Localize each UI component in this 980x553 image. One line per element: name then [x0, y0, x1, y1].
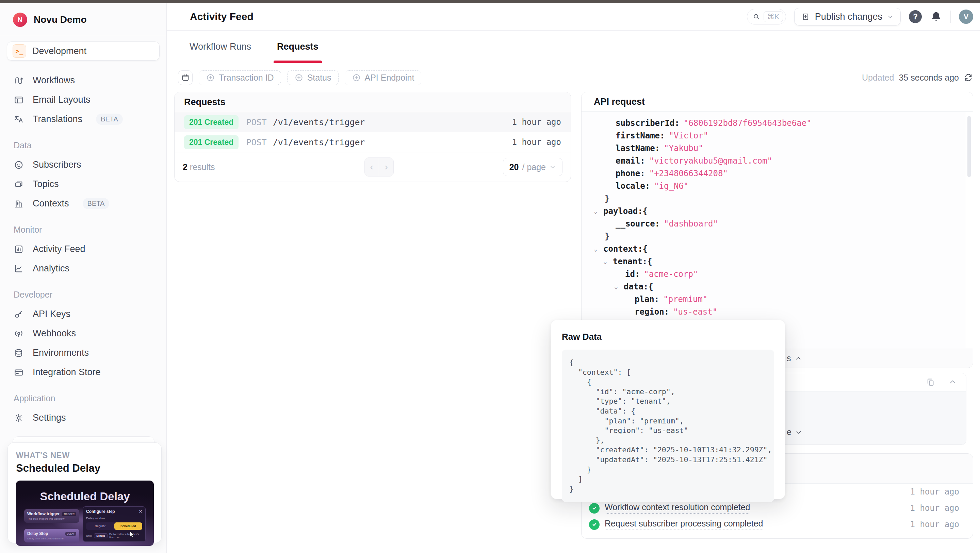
sidebar-item[interactable]: Integration Store — [7, 362, 159, 382]
collapse-chevron-icon[interactable]: ⌄ — [614, 283, 624, 290]
filter-pill[interactable]: API Endpoint — [345, 70, 422, 85]
chevron-up-icon[interactable] — [948, 378, 957, 387]
sidebar-item[interactable]: Activity Feed — [7, 240, 159, 259]
sidebar-section-label: Data — [7, 129, 159, 155]
sidebar-item[interactable]: Translations BETA — [7, 110, 159, 129]
sidebar-item-label: Email Layouts — [33, 95, 91, 105]
json-key: data:{ — [624, 282, 653, 291]
sidebar-item-label: API Keys — [33, 309, 70, 319]
sidebar-item[interactable]: API Keys — [7, 304, 159, 324]
search-button[interactable]: ⌘K — [747, 9, 786, 24]
sidebar-item[interactable]: Environments — [7, 343, 159, 362]
notifications-bell-icon[interactable] — [930, 11, 942, 23]
api-keys-icon — [14, 309, 24, 319]
status-badge: 201 Created — [184, 135, 239, 149]
promo-configure-panel: Configure step ✕ Delay window Regular Sc… — [83, 506, 146, 542]
sidebar-item-label: Workflows — [33, 75, 75, 86]
json-key: payload:{ — [603, 207, 648, 216]
json-value: "victoryakubu5@gmail.com" — [649, 156, 772, 165]
json-line: email: "victoryakubu5@gmail.com" — [582, 154, 965, 167]
sidebar-item[interactable]: Contexts BETA — [7, 194, 159, 213]
tab[interactable]: Workflow Runs — [186, 30, 255, 63]
user-avatar[interactable]: V — [959, 10, 973, 24]
sidebar-item[interactable]: Subscribers — [7, 155, 159, 175]
check-icon — [589, 503, 600, 513]
plus-circle-icon — [294, 73, 304, 82]
whats-new-card[interactable]: WHAT'S NEW Scheduled Delay Scheduled Del… — [8, 442, 162, 543]
json-brace: } — [605, 194, 609, 203]
json-line: ⌄ payload:{ — [582, 205, 965, 217]
collapse-chevron-icon[interactable]: ⌄ — [594, 207, 603, 215]
copy-icon[interactable] — [926, 378, 935, 387]
json-line: } — [582, 230, 965, 243]
novu-logo: N — [13, 13, 27, 27]
date-range-button[interactable] — [178, 70, 192, 85]
sidebar-item-label: Topics — [33, 179, 59, 189]
collapsed-section-fragment[interactable]: s — [787, 353, 802, 363]
tab[interactable]: Requests — [274, 30, 322, 63]
whats-new-title: Scheduled Delay — [16, 462, 153, 474]
json-key: firstName: — [616, 131, 665, 140]
help-button[interactable]: ? — [909, 10, 922, 23]
scrollbar-thumb[interactable] — [967, 116, 971, 177]
collapse-chevron-icon[interactable]: ⌄ — [603, 258, 613, 265]
requests-footer: 2 results ‹ › 20 / page — [175, 153, 571, 182]
json-value: "acme-corp" — [644, 269, 698, 279]
top-bar: Activity Feed ⌘K Publish changes ? V — [167, 3, 980, 30]
endpoint-path: /v1/events/trigger — [273, 137, 365, 147]
json-line: lastName: "Yakubu" — [582, 142, 965, 154]
json-value: "6806192bd87f6954643be6ae" — [684, 118, 811, 128]
json-key: id: — [625, 269, 640, 279]
publish-changes-button[interactable]: Publish changes — [794, 8, 901, 25]
json-line: id: "acme-corp" — [582, 268, 965, 280]
sidebar-item[interactable]: Workflows — [7, 71, 159, 90]
chevron-up-icon — [795, 355, 802, 362]
json-line: ⌄ context:{ — [582, 243, 965, 255]
terminal-icon: >_ — [13, 44, 26, 58]
environment-selector[interactable]: >_ Development — [7, 41, 159, 60]
sidebar-item-label: Activity Feed — [33, 244, 86, 254]
request-row[interactable]: 201 Created POST /v1/events/trigger 1 ho… — [175, 112, 571, 132]
promo-trigger-card: Workflow trigger TRIGGER This step trigg… — [24, 509, 79, 523]
sidebar-item-label: Contexts — [33, 198, 69, 209]
prev-page-button[interactable]: ‹ — [365, 158, 379, 176]
page-size-fragment[interactable]: e — [787, 427, 802, 437]
refresh-icon[interactable] — [964, 73, 973, 82]
json-value: "ig_NG" — [654, 181, 688, 191]
next-page-button[interactable]: › — [379, 158, 393, 176]
novu-dashboard: N Novu Demo >_ Development Workflows Ema… — [0, 0, 980, 553]
json-value: "dashboard" — [664, 219, 718, 229]
json-line: firstName: "Victor" — [582, 129, 965, 142]
plus-circle-icon — [206, 73, 215, 82]
step-time: 1 hour ago — [910, 487, 959, 497]
step-link[interactable]: Request subscriber processing completed — [605, 519, 763, 530]
json-key: region: — [635, 307, 669, 317]
publish-icon — [801, 12, 811, 21]
json-line: region: "us-east" — [582, 305, 965, 318]
sidebar-item[interactable]: Webhooks — [7, 324, 159, 343]
sidebar-item[interactable]: Analytics — [7, 259, 159, 278]
page-size-select[interactable]: 20 / page — [503, 158, 563, 176]
org-switcher[interactable]: N Novu Demo — [0, 3, 166, 36]
plus-circle-icon — [352, 73, 361, 82]
step-row: Request subscriber processing completed … — [582, 516, 973, 532]
json-key: context:{ — [603, 244, 648, 254]
filter-pill[interactable]: Transaction ID — [199, 70, 281, 85]
request-row[interactable]: 201 Created POST /v1/events/trigger 1 ho… — [175, 132, 571, 153]
sidebar-item[interactable]: Topics — [7, 175, 159, 194]
contexts-icon — [14, 199, 24, 209]
sidebar-item[interactable]: Email Layouts — [7, 90, 159, 110]
integration-store-icon — [14, 367, 24, 378]
raw-data-title: Raw Data — [562, 332, 774, 342]
filter-pill[interactable]: Status — [287, 70, 339, 85]
email-layouts-icon — [14, 95, 24, 105]
beta-badge: BETA — [96, 114, 123, 125]
collapse-chevron-icon[interactable]: ⌄ — [594, 245, 603, 253]
json-key: plan: — [635, 294, 659, 304]
whats-new-promo-image[interactable]: Scheduled Delay Workflow trigger TRIGGER… — [16, 481, 154, 546]
sidebar-item-label: Settings — [33, 413, 66, 423]
whats-new-eyebrow: WHAT'S NEW — [16, 451, 153, 460]
json-line: ⌄ tenant:{ — [582, 255, 965, 268]
step-link[interactable]: Workflow context resolution completed — [605, 502, 750, 514]
sidebar-item[interactable]: Settings — [7, 408, 159, 427]
